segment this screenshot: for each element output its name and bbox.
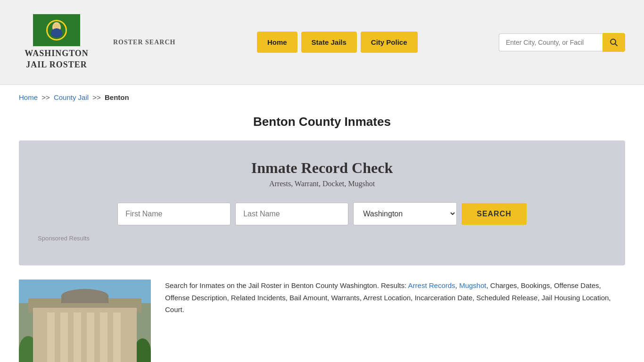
record-check-section: Inmate Record Check Arrests, Warrant, Do…	[19, 140, 625, 265]
header-search-button[interactable]	[603, 33, 625, 52]
mugshot-link[interactable]: Mugshot	[459, 281, 487, 289]
arrest-records-link[interactable]: Arrest Records	[408, 281, 455, 289]
sponsored-label: Sponsored Results	[38, 235, 606, 242]
site-title: WASHINGTON JAIL ROSTER	[25, 48, 89, 70]
building-column	[113, 313, 121, 362]
nav-home-button[interactable]: Home	[257, 32, 297, 53]
breadcrumb-sep1: >>	[41, 93, 50, 101]
building-image	[19, 280, 151, 362]
svg-point-5	[53, 24, 60, 28]
bottom-section: Search for Inmates on the Jail Roster in…	[0, 265, 644, 362]
state-select[interactable]: Washington Oregon California Idaho	[353, 202, 457, 225]
header-search-area	[499, 33, 625, 52]
bottom-description: Search for Inmates on the Jail Roster in…	[165, 280, 625, 316]
nav-city-police-button[interactable]: City Police	[361, 32, 418, 53]
inmate-search-button[interactable]: SEARCH	[462, 203, 527, 225]
breadcrumb-sep2: >>	[92, 93, 101, 101]
breadcrumb-county-jail-link[interactable]: County Jail	[54, 93, 89, 101]
site-header: WASHINGTON JAIL ROSTER ROSTER SEARCH Hom…	[0, 0, 644, 85]
breadcrumb-current: Benton	[105, 93, 129, 101]
wa-flag-icon	[33, 14, 80, 46]
record-check-subtitle: Arrests, Warrant, Docket, Mugshot	[38, 180, 606, 188]
inmate-search-form: Washington Oregon California Idaho SEARC…	[38, 202, 606, 225]
svg-line-7	[615, 43, 618, 46]
building-column	[74, 313, 81, 362]
main-nav: Home State Jails City Police	[190, 32, 485, 53]
building-dome	[61, 289, 108, 303]
logo-area: WASHINGTON JAIL ROSTER	[19, 14, 94, 70]
record-check-title: Inmate Record Check	[38, 159, 606, 177]
building-column	[60, 313, 68, 362]
building-column	[47, 313, 55, 362]
search-icon	[610, 38, 618, 47]
roster-search-label: ROSTER SEARCH	[113, 39, 175, 46]
breadcrumb-home-link[interactable]: Home	[19, 93, 38, 101]
building-main	[33, 308, 137, 362]
first-name-input[interactable]	[117, 203, 231, 225]
nav-state-jails-button[interactable]: State Jails	[301, 32, 357, 53]
building-column	[100, 313, 107, 362]
page-title: Benton County Inmates	[0, 110, 644, 140]
breadcrumb: Home >> County Jail >> Benton	[0, 85, 644, 110]
building-column	[87, 313, 94, 362]
svg-point-4	[51, 28, 62, 38]
last-name-input[interactable]	[235, 203, 348, 225]
header-search-input[interactable]	[499, 33, 603, 51]
tree-right	[134, 338, 151, 362]
